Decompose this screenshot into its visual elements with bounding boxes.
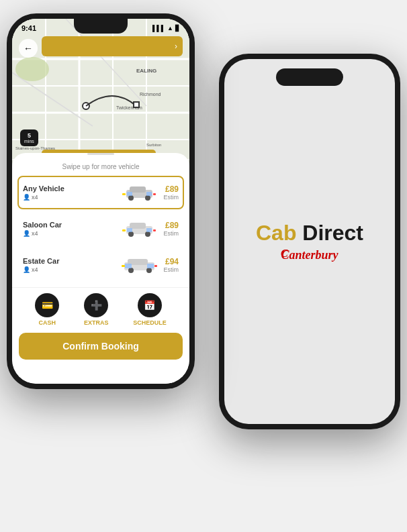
vehicle-info-any: Any Vehicle 👤 x4 (23, 184, 116, 201)
person-icon-saloon: 👤 (23, 230, 30, 237)
confirm-booking-button[interactable]: Confirm Booking (19, 333, 183, 360)
back-icon: ← (24, 43, 33, 54)
svg-rect-39 (122, 229, 126, 231)
schedule-icon-circle: 📅 (138, 293, 162, 317)
vehicle-capacity-estate: 👤 x4 (23, 266, 116, 273)
svg-rect-45 (125, 264, 132, 268)
svg-rect-23 (134, 102, 139, 107)
person-icon-estate: 👤 (23, 266, 30, 273)
svg-text:Richmond: Richmond (140, 92, 161, 97)
car-svg-saloon (121, 219, 158, 238)
brand-logo: Cab Direct Canterbury C (256, 221, 363, 262)
svg-rect-38 (146, 228, 152, 232)
svg-rect-37 (127, 228, 132, 232)
confirm-booking-label: Confirm Booking (62, 341, 139, 352)
eta-label: mins (24, 139, 34, 144)
car-svg-estate (121, 256, 158, 274)
action-schedule[interactable]: 📅 SCHEDULE (133, 293, 167, 326)
vehicle-name-saloon: Saloon Car (23, 221, 116, 229)
vehicle-estimate-estate: Estim (164, 266, 179, 273)
phone-left: 9:41 ▌▌▌ ▲ ▊ (7, 13, 195, 389)
svg-point-44 (146, 268, 152, 273)
splash-screen: Cab Direct Canterbury C (224, 59, 395, 424)
action-extras[interactable]: ➕ EXTRAS (84, 293, 109, 326)
dynamic-island (276, 68, 343, 86)
svg-rect-30 (146, 192, 152, 196)
vehicle-price-saloon: £89 Estim (164, 221, 179, 237)
status-icons: ▌▌▌ ▲ ▊ (152, 25, 180, 32)
svg-text:C: C (281, 248, 288, 259)
vehicle-amount-any: £89 (164, 184, 179, 194)
vehicle-price-estate: £94 Estim (164, 257, 179, 273)
vehicle-list: Any Vehicle 👤 x4 (12, 173, 189, 287)
vehicle-item-saloon[interactable]: Saloon Car 👤 x4 (17, 212, 184, 246)
search-bar[interactable]: › (42, 36, 183, 56)
brand-cab: Cab (256, 221, 296, 245)
signal-icon: ▌▌▌ (152, 25, 165, 32)
wifi-icon: ▲ (167, 25, 173, 32)
swipe-indicator (87, 153, 114, 155)
svg-text:EALING: EALING (136, 68, 156, 74)
svg-point-12 (15, 57, 49, 81)
car-svg-any (121, 183, 158, 202)
vehicle-name-estate: Estate Car (23, 257, 116, 265)
vehicle-capacity-any: 👤 x4 (23, 194, 116, 201)
schedule-label: SCHEDULE (133, 319, 167, 326)
svg-point-43 (128, 268, 134, 273)
vehicle-img-saloon (120, 219, 160, 239)
vehicle-estimate-saloon: Estim (164, 230, 179, 237)
svg-rect-40 (153, 229, 156, 231)
brand-direct: Direct (296, 221, 363, 245)
vehicle-amount-saloon: £89 (164, 221, 179, 230)
svg-point-35 (128, 231, 134, 237)
vehicle-item-any[interactable]: Any Vehicle 👤 x4 (17, 176, 184, 209)
svg-rect-31 (122, 193, 126, 195)
svg-rect-32 (153, 193, 156, 195)
svg-point-36 (145, 231, 150, 237)
vehicle-img-any (120, 182, 160, 203)
vehicle-amount-estate: £94 (164, 257, 179, 266)
person-icon-any: 👤 (23, 194, 30, 201)
back-button[interactable]: ← (19, 39, 38, 58)
brand-subtitle: Canterbury C (281, 248, 338, 262)
vehicle-img-estate (120, 255, 160, 275)
canterbury-c-decoration: C (281, 248, 289, 260)
swipe-hint: Swipe up for more vehicle (12, 158, 189, 173)
vehicle-price-any: £89 Estim (164, 184, 179, 201)
bottom-panel: Swipe up for more vehicle Any Vehicle 👤 … (12, 153, 189, 384)
cash-icon-circle: 💳 (35, 293, 59, 317)
eta-minutes: 5 (24, 132, 34, 139)
search-arrow: › (175, 42, 177, 51)
bottom-actions: 💳 CASH ➕ EXTRAS 📅 SCHEDULE (12, 287, 189, 330)
vehicle-info-estate: Estate Car 👤 x4 (23, 257, 116, 273)
vehicle-estimate-any: Estim (164, 194, 179, 201)
svg-rect-34 (130, 223, 146, 229)
eta-badge: 5 mins (20, 129, 38, 146)
vehicle-name-any: Any Vehicle (23, 184, 116, 193)
svg-rect-46 (147, 264, 154, 268)
svg-point-27 (128, 195, 134, 201)
vehicle-item-estate[interactable]: Estate Car 👤 x4 (17, 248, 184, 282)
extras-label: EXTRAS (84, 319, 109, 326)
svg-point-28 (145, 195, 150, 201)
extras-icon-circle: ➕ (84, 293, 108, 317)
battery-icon: ▊ (175, 25, 180, 32)
notch (74, 19, 128, 34)
status-time: 9:41 (21, 24, 36, 32)
svg-rect-26 (130, 187, 146, 193)
svg-text:Surbiton: Surbiton (146, 143, 161, 147)
svg-rect-47 (122, 265, 125, 267)
vehicle-info-saloon: Saloon Car 👤 x4 (23, 221, 116, 237)
phone-right: Cab Direct Canterbury C (219, 54, 400, 429)
brand-subtitle-text: Canterbury (281, 248, 338, 262)
vehicle-capacity-saloon: 👤 x4 (23, 230, 116, 237)
action-cash[interactable]: 💳 CASH (35, 293, 59, 326)
app-screen: 9:41 ▌▌▌ ▲ ▊ (12, 19, 189, 384)
svg-rect-29 (127, 192, 132, 196)
svg-rect-48 (154, 265, 157, 267)
brand-name: Cab Direct (256, 221, 363, 246)
cash-label: CASH (39, 319, 56, 326)
